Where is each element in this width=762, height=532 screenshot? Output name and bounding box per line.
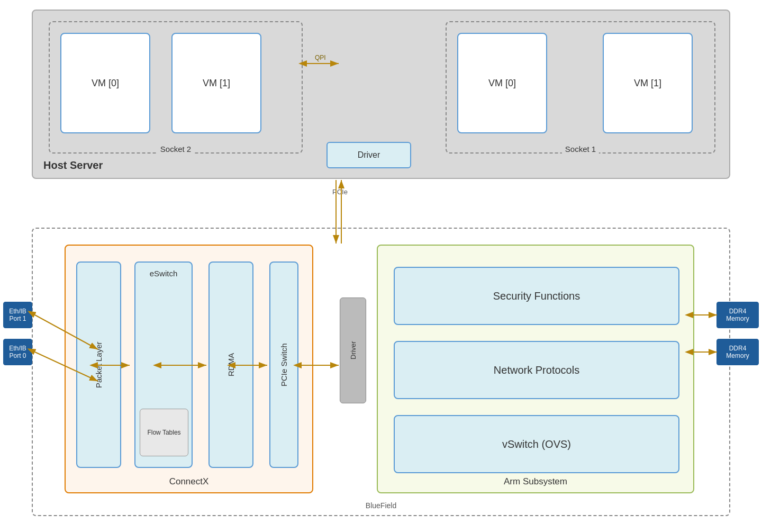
vm-socket1-0: VM [0] (457, 33, 547, 133)
host-driver-box: Driver (326, 142, 411, 168)
host-server-label: Host Server (43, 159, 103, 172)
vm-socket1-1: VM [1] (603, 33, 693, 133)
socket1-box: VM [0] VM [1] Socket 1 (446, 21, 715, 154)
eth-ib-port1: Eth/IBPort 1 (3, 302, 32, 328)
rdma-box: RDMA (208, 262, 253, 468)
arm-subsystem-label: Arm Subsystem (504, 476, 567, 487)
host-server-box: VM [0] VM [1] Socket 2 VM [0] VM [1] Soc… (32, 10, 730, 179)
arm-subsystem-box: Security Functions Network Protocols vSw… (377, 245, 694, 493)
vm-socket2-0: VM [0] (60, 33, 150, 133)
security-functions-box: Security Functions (394, 267, 679, 325)
connectx-box: Packet Layer eSwitch Flow Tables RDMA PC… (65, 245, 313, 493)
bluefield-label: BlueField (366, 501, 396, 510)
diagram-container: VM [0] VM [1] Socket 2 VM [0] VM [1] Soc… (0, 0, 762, 532)
ddr4-memory-top: DDR4Memory (716, 302, 759, 328)
connectx-label: ConnectX (169, 476, 209, 487)
pcie-label: PCIe (332, 188, 348, 196)
flow-tables-box: Flow Tables (140, 409, 188, 456)
bluefield-driver-box: Driver (340, 297, 366, 403)
packet-layer-box: Packet Layer (76, 262, 121, 468)
socket2-label: Socket 2 (157, 145, 194, 154)
socket1-label: Socket 1 (562, 145, 599, 154)
vswitch-box: vSwitch (OVS) (394, 415, 679, 473)
socket2-box: VM [0] VM [1] Socket 2 (49, 21, 303, 154)
bluefield-box: Packet Layer eSwitch Flow Tables RDMA PC… (32, 228, 730, 516)
ddr4-top-label: DDR4Memory (726, 308, 749, 322)
ddr4-memory-bottom: DDR4Memory (716, 339, 759, 365)
pcie-switch-box: PCIe Switch (269, 262, 298, 468)
eswitch-box: eSwitch Flow Tables (134, 262, 193, 468)
eth-ib-port0: Eth/IBPort 0 (3, 339, 32, 365)
network-protocols-box: Network Protocols (394, 341, 679, 399)
eth-ib-port1-label: Eth/IBPort 1 (9, 308, 26, 322)
vm-socket2-1: VM [1] (171, 33, 261, 133)
eth-ib-port0-label: Eth/IBPort 0 (9, 345, 26, 359)
ddr4-bottom-label: DDR4Memory (726, 345, 749, 359)
eswitch-label: eSwitch (150, 269, 178, 278)
